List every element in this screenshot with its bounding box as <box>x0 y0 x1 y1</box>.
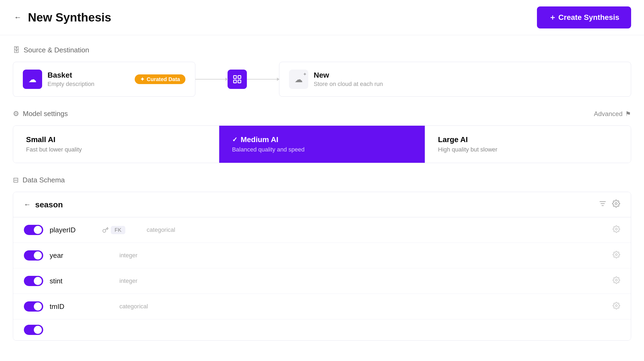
data-schema-section: ⊟ Data Schema ← season <box>13 176 631 341</box>
svg-point-11 <box>616 305 617 306</box>
model-option-medium[interactable]: ✓ Medium AI Balanced quality and speed <box>219 126 425 163</box>
destination-description: Store on cloud at each run <box>314 81 621 88</box>
table-row: tmID categorical <box>13 294 631 319</box>
schema-section-icon: ⊟ <box>13 176 19 184</box>
model-settings-title-group: ⚙ Model settings <box>13 110 68 118</box>
year-field-name: year <box>50 251 98 260</box>
schema-title-group: ← season <box>24 200 63 209</box>
schema-name: season <box>35 200 63 209</box>
curated-data-badge: ✦ Curated Data <box>135 74 185 84</box>
source-card[interactable]: ☁ Basket Empty description ✦ Curated Dat… <box>13 62 195 97</box>
table-row: year integer <box>13 243 631 268</box>
tmid-field-name: tmID <box>50 302 98 311</box>
stint-settings-button[interactable] <box>613 276 620 286</box>
cloud-icon: ☁ <box>295 75 303 84</box>
data-schema-header: ⊟ Data Schema <box>13 176 631 184</box>
transform-icon <box>228 70 247 89</box>
destination-info: New Store on cloud at each run <box>314 71 621 88</box>
table-row <box>13 319 631 340</box>
advanced-label: Advanced <box>594 110 623 118</box>
medium-ai-name: ✓ Medium AI <box>232 135 412 144</box>
stint-type: integer <box>98 277 602 284</box>
svg-point-9 <box>616 254 617 255</box>
fk-badge: FK <box>111 226 125 234</box>
schema-back-button[interactable]: ← <box>24 200 31 209</box>
curated-badge-icon: ✦ <box>140 76 145 82</box>
toggle-knob <box>34 277 42 285</box>
curated-badge-label: Curated Data <box>147 76 180 82</box>
stint-field-name: stint <box>50 277 98 285</box>
arrow-line-right <box>247 79 279 80</box>
schema-settings-button[interactable] <box>612 200 620 210</box>
create-synthesis-label: ＋ Create Synthesis <box>549 12 619 23</box>
page-title: New Synthesis <box>28 11 111 24</box>
playerid-key-icon: FK <box>102 226 125 234</box>
toggle-knob <box>34 251 42 259</box>
stint-toggle[interactable] <box>24 276 43 286</box>
destination-name: New <box>314 71 621 80</box>
svg-point-10 <box>616 279 617 281</box>
back-button[interactable]: ← <box>13 12 23 23</box>
schema-card: ← season <box>13 192 631 341</box>
data-schema-title: Data Schema <box>23 176 65 184</box>
year-toggle[interactable] <box>24 250 43 261</box>
destination-icon: ☁ ＋ <box>289 70 308 89</box>
schema-body: playerID FK categorical <box>13 217 631 340</box>
source-destination-title: Source & Destination <box>24 46 89 54</box>
toggle-knob <box>34 226 42 234</box>
playerid-field-name: playerID <box>50 226 98 234</box>
model-option-large[interactable]: Large AI High quality but slower <box>425 126 631 163</box>
partial-toggle[interactable] <box>24 325 43 335</box>
large-ai-name: Large AI <box>438 135 618 144</box>
settings-icon: ⚙ <box>13 110 19 118</box>
svg-point-7 <box>615 203 617 205</box>
model-settings-header: ⚙ Model settings Advanced ⚑ <box>13 110 631 118</box>
svg-rect-2 <box>234 80 237 83</box>
playerid-settings-button[interactable] <box>613 225 620 235</box>
playerid-type: categorical <box>125 226 602 233</box>
check-icon: ✓ <box>232 136 237 143</box>
dest-plus-icon: ＋ <box>302 71 307 77</box>
model-option-small[interactable]: Small AI Fast but lower quality <box>13 126 219 163</box>
small-ai-name: Small AI <box>26 135 206 144</box>
svg-rect-0 <box>234 76 237 79</box>
advanced-button[interactable]: Advanced ⚑ <box>594 110 631 118</box>
source-name: Basket <box>47 71 129 80</box>
arrow-line-left <box>195 79 228 80</box>
schema-filter-button[interactable] <box>599 200 607 210</box>
year-type: integer <box>98 252 602 259</box>
medium-ai-desc: Balanced quality and speed <box>232 146 412 153</box>
svg-rect-3 <box>238 80 241 83</box>
table-row: stint integer <box>13 268 631 294</box>
main-content: 🗄 Source & Destination ☁ Basket Empty de… <box>0 35 644 351</box>
source-destination-row: ☁ Basket Empty description ✦ Curated Dat… <box>13 62 631 97</box>
tmid-settings-button[interactable] <box>613 302 620 311</box>
model-settings-title: Model settings <box>23 110 68 118</box>
toggle-knob <box>34 302 42 311</box>
large-ai-desc: High quality but slower <box>438 146 618 153</box>
create-synthesis-button[interactable]: ＋ Create Synthesis <box>537 6 631 28</box>
svg-rect-1 <box>238 76 241 79</box>
schema-actions <box>599 200 620 210</box>
source-icon: ☁ <box>23 70 42 89</box>
year-settings-button[interactable] <box>613 251 620 260</box>
header-left: ← New Synthesis <box>13 11 111 24</box>
flag-icon: ⚑ <box>625 110 631 118</box>
toggle-knob <box>34 326 42 334</box>
source-arrow-connector <box>195 70 279 89</box>
app-header: ← New Synthesis ＋ Create Synthesis <box>0 0 644 35</box>
table-row: playerID FK categorical <box>13 217 631 243</box>
playerid-toggle[interactable] <box>24 225 43 235</box>
tmid-type: categorical <box>98 303 602 310</box>
tmid-toggle[interactable] <box>24 301 43 312</box>
source-info: Basket Empty description <box>47 71 129 88</box>
small-ai-desc: Fast but lower quality <box>26 146 206 153</box>
model-options-group: Small AI Fast but lower quality ✓ Medium… <box>13 125 631 163</box>
source-description: Empty description <box>47 81 129 88</box>
schema-card-header: ← season <box>13 192 631 217</box>
destination-card[interactable]: ☁ ＋ New Store on cloud at each run <box>279 62 631 97</box>
svg-point-8 <box>616 228 617 230</box>
database-icon: 🗄 <box>13 46 20 54</box>
source-destination-header: 🗄 Source & Destination <box>13 46 631 54</box>
model-settings-section: ⚙ Model settings Advanced ⚑ Small AI Fas… <box>13 110 631 163</box>
